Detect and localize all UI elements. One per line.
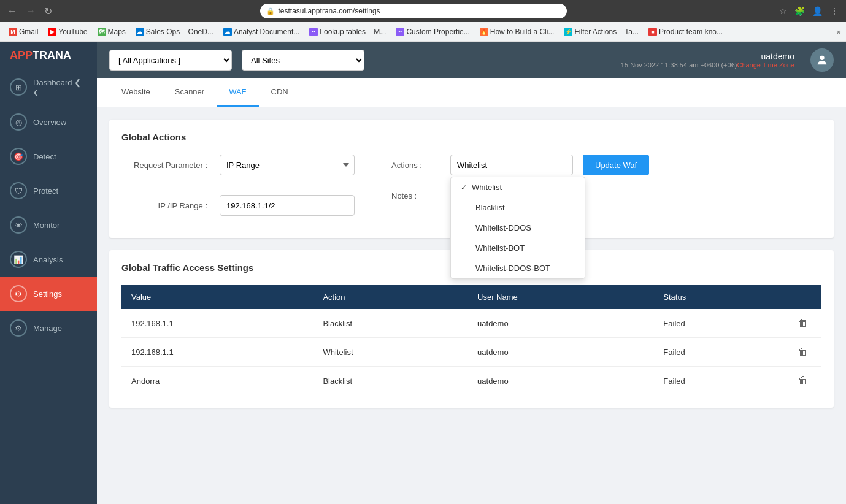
protect-icon: 🛡 bbox=[10, 182, 27, 199]
dashboard-label: Dashboard ❮ bbox=[33, 78, 87, 96]
row3-delete-cell: 🗑 bbox=[785, 367, 821, 395]
tab-waf[interactable]: WAF bbox=[217, 78, 258, 107]
header-timestamp: 15 Nov 2022 11:38:54 am +0600 (+06)Chang… bbox=[621, 61, 794, 69]
main-content: Global Actions Request Parameter : IP Ra… bbox=[97, 107, 846, 504]
bookmark-icon[interactable]: ☆ bbox=[777, 5, 790, 17]
bookmark-filter[interactable]: ⚡ Filter Actions – Ta... bbox=[560, 26, 642, 37]
dropdown-whitelist[interactable]: ✓ Whitelist bbox=[451, 177, 585, 197]
actions-select-wrap: ✓ Whitelist Blacklist bbox=[450, 155, 573, 175]
row2-user: uatdemo bbox=[467, 338, 653, 367]
row2-status: Failed bbox=[653, 338, 785, 367]
sidebar-item-dashboard[interactable]: ⊞ Dashboard ❮ bbox=[0, 69, 97, 105]
howto-favicon: 🔥 bbox=[480, 28, 488, 36]
monitor-icon: 👁 bbox=[10, 216, 27, 234]
ip-range-label: IP /IP Range : bbox=[121, 201, 207, 210]
dropdown-whitelist-ddos[interactable]: Whitelist-DDOS bbox=[451, 218, 585, 238]
request-param-select[interactable]: IP Range Country URL bbox=[220, 155, 355, 175]
bookmark-howto-label: How to Build a Cli... bbox=[490, 28, 555, 36]
dropdown-blacklist[interactable]: Blacklist bbox=[451, 197, 585, 218]
row1-action: Blacklist bbox=[313, 309, 467, 338]
url-text: testtasui.apptrana.com/settings bbox=[279, 7, 380, 15]
sidebar-item-settings[interactable]: ⚙ Settings bbox=[0, 277, 97, 311]
row1-status: Failed bbox=[653, 309, 785, 338]
protect-label: Protect bbox=[33, 186, 58, 196]
change-timezone-link[interactable]: Change Time Zone bbox=[737, 61, 794, 69]
reload-button[interactable]: ↻ bbox=[42, 4, 55, 18]
gmail-favicon: M bbox=[9, 28, 17, 36]
bookmark-custom-label: Custom Propertie... bbox=[406, 28, 469, 36]
bookmark-product[interactable]: ■ Product team kno... bbox=[645, 26, 726, 37]
analysis-label: Analysis bbox=[33, 255, 63, 264]
app-select[interactable]: [ All Applications ] bbox=[109, 50, 232, 71]
overview-label: Overview bbox=[33, 118, 66, 127]
svg-point-0 bbox=[820, 56, 824, 60]
actions-input[interactable] bbox=[450, 155, 573, 175]
overview-icon: ◎ bbox=[10, 113, 27, 131]
custom-favicon: •• bbox=[396, 28, 404, 36]
row2-delete-cell: 🗑 bbox=[785, 338, 821, 367]
back-button[interactable]: ← bbox=[5, 4, 20, 18]
bookmark-custom[interactable]: •• Custom Propertie... bbox=[392, 26, 473, 37]
bookmark-youtube[interactable]: ▶ YouTube bbox=[44, 26, 91, 37]
actions-dropdown: ✓ Whitelist Blacklist bbox=[450, 177, 585, 279]
app-header: [ All Applications ] All Sites uatdemo 1… bbox=[97, 42, 846, 78]
header-username: uatdemo bbox=[761, 52, 794, 61]
detect-icon: 🎯 bbox=[10, 148, 27, 165]
bookmark-analyst-label: Analyst Document... bbox=[234, 28, 299, 36]
traffic-table-container: Value Action User Name Status 192.168.1.… bbox=[121, 285, 821, 395]
bookmarks-more[interactable]: » bbox=[837, 27, 841, 36]
ip-range-input[interactable] bbox=[220, 195, 355, 216]
site-select[interactable]: All Sites bbox=[242, 50, 364, 71]
row1-user: uatdemo bbox=[467, 309, 653, 338]
bookmark-analyst[interactable]: ☁ Analyst Document... bbox=[220, 26, 303, 37]
sidebar-item-detect[interactable]: 🎯 Detect bbox=[0, 139, 97, 174]
profile-icon[interactable]: 👤 bbox=[810, 5, 825, 17]
settings-label: Settings bbox=[33, 289, 62, 299]
lock-icon: 🔒 bbox=[266, 7, 275, 15]
actions-row: Actions : ✓ Whitelist bbox=[391, 155, 649, 175]
bookmark-gmail[interactable]: M Gmail bbox=[5, 26, 42, 37]
forward-button[interactable]: → bbox=[23, 4, 38, 18]
browser-actions: ☆ 🧩 👤 ⋮ bbox=[777, 5, 841, 17]
user-avatar[interactable] bbox=[810, 48, 834, 72]
sidebar-nav: ⊞ Dashboard ❮ ◎ Overview 🎯 Detect 🛡 Prot… bbox=[0, 69, 97, 504]
row1-delete-button[interactable]: 🗑 bbox=[794, 316, 812, 330]
dropdown-whitelist-ddos-bot[interactable]: Whitelist-DDOS-BOT bbox=[451, 258, 585, 278]
header-user-info: uatdemo 15 Nov 2022 11:38:54 am +0600 (+… bbox=[621, 52, 794, 69]
extensions-icon[interactable]: 🧩 bbox=[792, 5, 807, 17]
sidebar-item-monitor[interactable]: 👁 Monitor bbox=[0, 208, 97, 242]
row3-delete-button[interactable]: 🗑 bbox=[794, 374, 812, 388]
monitor-label: Monitor bbox=[33, 221, 60, 230]
app-logo: APPTRANA bbox=[0, 42, 97, 69]
browser-chrome: ← → ↻ 🔒 testtasui.apptrana.com/settings … bbox=[0, 0, 846, 22]
row1-value: 192.168.1.1 bbox=[121, 309, 313, 338]
row2-delete-button[interactable]: 🗑 bbox=[794, 345, 812, 359]
bookmark-maps[interactable]: 🗺 Maps bbox=[94, 26, 129, 37]
bookmark-salesops[interactable]: ☁ Sales Ops – OneD... bbox=[132, 26, 217, 37]
tab-scanner[interactable]: Scanner bbox=[163, 78, 217, 107]
table-row: Andorra Blacklist uatdemo Failed 🗑 bbox=[121, 367, 821, 395]
form-actions-row: Request Parameter : IP Range Country URL… bbox=[121, 155, 821, 226]
menu-icon[interactable]: ⋮ bbox=[828, 5, 841, 17]
tabs-bar: Website Scanner WAF CDN bbox=[97, 78, 846, 107]
sidebar-item-protect[interactable]: 🛡 Protect bbox=[0, 174, 97, 208]
sidebar-item-manage[interactable]: ⚙ Manage bbox=[0, 311, 97, 345]
manage-label: Manage bbox=[33, 324, 62, 333]
address-bar[interactable]: 🔒 testtasui.apptrana.com/settings bbox=[260, 4, 567, 18]
row3-action: Blacklist bbox=[313, 367, 467, 395]
sidebar-item-overview[interactable]: ◎ Overview bbox=[0, 105, 97, 139]
sidebar-item-analysis[interactable]: 📊 Analysis bbox=[0, 242, 97, 277]
filter-favicon: ⚡ bbox=[564, 28, 572, 36]
dropdown-whitelist-bot[interactable]: Whitelist-BOT bbox=[451, 238, 585, 258]
dashboard-icon: ⊞ bbox=[10, 78, 27, 96]
row2-value: 192.168.1.1 bbox=[121, 338, 313, 367]
bookmark-lookup[interactable]: •• Lookup tables – M... bbox=[306, 26, 390, 37]
tab-cdn[interactable]: CDN bbox=[259, 78, 301, 107]
bookmark-howto[interactable]: 🔥 How to Build a Cli... bbox=[476, 26, 558, 37]
request-param-row: Request Parameter : IP Range Country URL bbox=[121, 155, 355, 175]
logo-app-text: APP bbox=[10, 49, 33, 61]
update-waf-button[interactable]: Update Waf bbox=[583, 155, 649, 175]
tab-website[interactable]: Website bbox=[109, 78, 163, 107]
check-icon: ✓ bbox=[461, 183, 467, 192]
row3-value: Andorra bbox=[121, 367, 313, 395]
